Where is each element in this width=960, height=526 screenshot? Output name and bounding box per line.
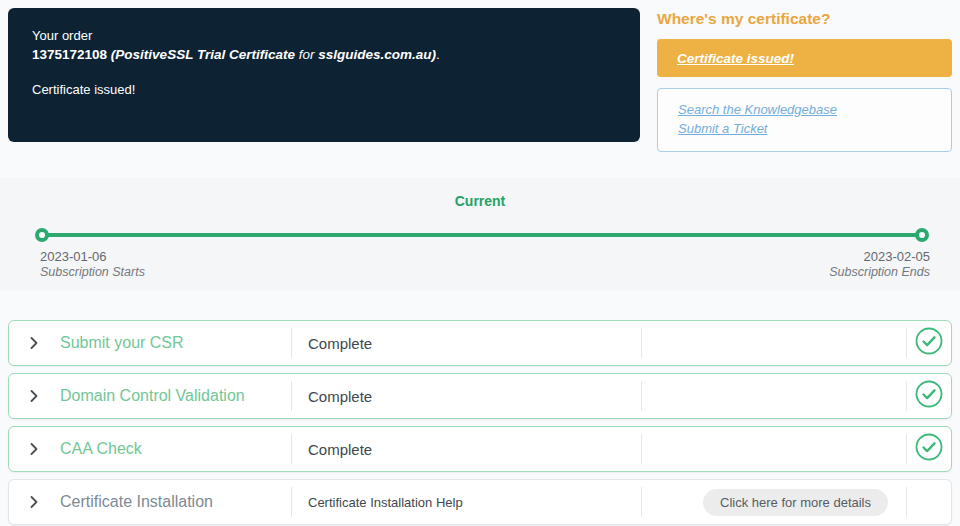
subscription-end-date: 2023-02-05 — [829, 249, 930, 265]
order-id: 1375172108 — [32, 47, 107, 62]
order-description: 1375172108 (PositiveSSL Trial Certificat… — [32, 46, 616, 63]
timeline-line — [41, 233, 923, 237]
order-domain: sslguides.com.au) — [318, 47, 436, 62]
step-row-certificate-installation[interactable]: Certificate Installation Certificate Ins… — [8, 479, 952, 525]
step-row-caa-check[interactable]: CAA Check Complete — [8, 426, 952, 472]
check-circle-icon — [914, 326, 944, 360]
timeline-dates: 2023-01-06 Subscription Starts 2023-02-0… — [40, 249, 930, 280]
step-title: Certificate Installation — [60, 493, 213, 511]
step-row-domain-control-validation[interactable]: Domain Control Validation Complete — [8, 373, 952, 419]
step-title: Submit your CSR — [60, 334, 184, 352]
timeline-start-dot — [35, 228, 49, 242]
step-status: Complete — [292, 427, 641, 471]
certificate-issued-button[interactable]: Certificate issued! — [657, 39, 952, 77]
step-title: Domain Control Validation — [60, 387, 245, 405]
search-knowledgebase-link[interactable]: Search the Knowledgebase — [678, 100, 931, 119]
chevron-right-icon[interactable] — [24, 492, 44, 512]
step-main-cell: Domain Control Validation — [9, 374, 291, 418]
help-links-box: Search the Knowledgebase Submit a Ticket — [657, 88, 952, 152]
chevron-right-icon[interactable] — [24, 386, 44, 406]
step-action-cell — [642, 374, 906, 418]
step-main-cell: Certificate Installation — [9, 480, 291, 524]
order-status-text: Certificate issued! — [32, 81, 616, 98]
step-action-cell — [642, 427, 906, 471]
more-details-button[interactable]: Click here for more details — [703, 489, 888, 516]
certificate-panel: Where's my certificate? Certificate issu… — [657, 8, 952, 152]
subscription-start-label: Subscription Starts — [40, 265, 145, 280]
certificate-panel-heading: Where's my certificate? — [657, 10, 952, 28]
step-check-cell — [907, 480, 951, 524]
step-check-cell — [907, 321, 951, 365]
chevron-right-icon[interactable] — [24, 333, 44, 353]
timeline-end-dot — [915, 228, 929, 242]
chevron-right-icon[interactable] — [24, 439, 44, 459]
step-status: Certificate Installation Help — [292, 480, 641, 524]
subscription-start-date: 2023-01-06 — [40, 249, 145, 265]
submit-ticket-link[interactable]: Submit a Ticket — [678, 119, 931, 138]
step-main-cell: CAA Check — [9, 427, 291, 471]
timeline-current-label: Current — [0, 178, 960, 209]
check-circle-icon — [914, 432, 944, 466]
step-action-cell — [642, 321, 906, 365]
step-status: Complete — [292, 374, 641, 418]
step-action-cell: Click here for more details — [642, 480, 906, 524]
timeline-start-block: 2023-01-06 Subscription Starts — [40, 249, 145, 280]
step-check-cell — [907, 427, 951, 471]
step-row-submit-csr[interactable]: Submit your CSR Complete — [8, 320, 952, 366]
order-label: Your order — [32, 27, 616, 44]
subscription-timeline-card: Current 2023-01-06 Subscription Starts 2… — [0, 178, 960, 291]
step-status: Complete — [292, 321, 641, 365]
subscription-end-label: Subscription Ends — [829, 265, 930, 280]
step-title: CAA Check — [60, 440, 142, 458]
step-check-cell — [907, 374, 951, 418]
order-period: . — [436, 47, 440, 62]
steps-list: Submit your CSR Complete Domain Control … — [8, 320, 952, 526]
check-circle-icon — [914, 379, 944, 413]
step-main-cell: Submit your CSR — [9, 321, 291, 365]
timeline-track — [35, 228, 929, 242]
order-product: (PositiveSSL Trial Certificate — [111, 47, 295, 62]
order-for: for — [299, 47, 315, 62]
certificate-issued-button-label: Certificate issued! — [677, 51, 794, 66]
timeline-end-block: 2023-02-05 Subscription Ends — [829, 249, 930, 280]
order-summary-panel: Your order 1375172108 (PositiveSSL Trial… — [8, 8, 640, 142]
